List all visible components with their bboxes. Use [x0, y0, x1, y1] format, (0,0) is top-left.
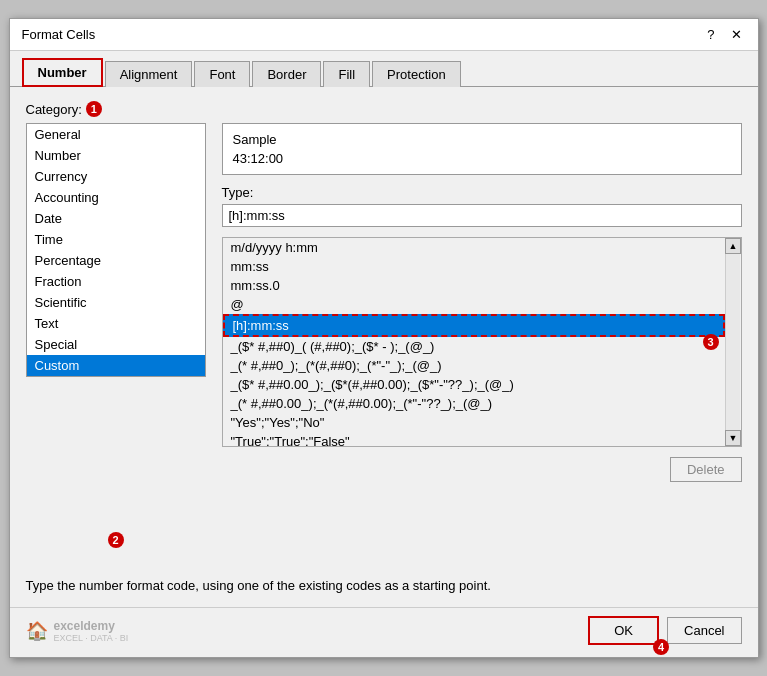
sample-value: 43:12:00 [233, 151, 731, 166]
category-list-wrapper: General Number Currency Accounting Date … [26, 123, 206, 570]
category-scientific[interactable]: Scientific [27, 292, 205, 313]
format-item-0[interactable]: m/d/yyyy h:mm [223, 238, 725, 257]
hint-text: Type the number format code, using one o… [26, 578, 742, 593]
format-item-2[interactable]: mm:ss.0 [223, 276, 725, 295]
category-accounting[interactable]: Accounting [27, 187, 205, 208]
tab-border[interactable]: Border [252, 61, 321, 87]
badge-4: 4 [653, 639, 669, 655]
scroll-track [726, 254, 740, 430]
format-item-7[interactable]: _($* #,##0.00_);_($*(#,##0.00);_($*"-"??… [223, 375, 725, 394]
format-item-3[interactable]: @ [223, 295, 725, 314]
delete-btn-row: Delete [222, 457, 742, 482]
category-text[interactable]: Text [27, 313, 205, 334]
category-number[interactable]: Number [27, 145, 205, 166]
sample-label: Sample [233, 132, 731, 147]
main-area: General Number Currency Accounting Date … [26, 123, 742, 570]
tab-font[interactable]: Font [194, 61, 250, 87]
category-currency[interactable]: Currency [27, 166, 205, 187]
footer-buttons: OK 4 Cancel [588, 616, 741, 645]
category-general[interactable]: General [27, 124, 205, 145]
sample-section: Sample 43:12:00 [222, 123, 742, 175]
category-fraction[interactable]: Fraction [27, 271, 205, 292]
format-item-5[interactable]: _($* #,##0)_( (#,##0);_($* - );_(@_) [223, 337, 725, 356]
category-custom[interactable]: Custom [27, 355, 205, 376]
format-item-10[interactable]: "True";"True";"False" [223, 432, 725, 446]
format-item-8[interactable]: _(* #,##0.00_);_(*(#,##0.00);_(*"-"??_);… [223, 394, 725, 413]
category-list-container: General Number Currency Accounting Date … [26, 123, 206, 377]
type-section: Type: [222, 185, 742, 227]
watermark-area: 🏠 exceldemy EXCEL · DATA · BI [26, 619, 129, 643]
format-item-9[interactable]: "Yes";"Yes";"No" [223, 413, 725, 432]
scroll-down-arrow[interactable]: ▼ [725, 430, 741, 446]
category-label: Category: 1 [26, 101, 742, 117]
footer: 🏠 exceldemy EXCEL · DATA · BI OK 4 Cance… [10, 607, 758, 657]
category-special[interactable]: Special [27, 334, 205, 355]
help-button[interactable]: ? [703, 27, 718, 42]
title-bar: Format Cells ? ✕ [10, 19, 758, 51]
dialog-title: Format Cells [22, 27, 96, 42]
ok-button[interactable]: OK [588, 616, 659, 645]
ok-btn-wrapper: OK 4 [588, 616, 659, 645]
format-list-wrapper: m/d/yyyy h:mm mm:ss mm:ss.0 @ [h]:mm:ss … [222, 237, 742, 447]
tabs-row: Number Alignment Font Border Fill Protec… [10, 51, 758, 87]
tab-number[interactable]: Number [22, 58, 103, 87]
format-item-6[interactable]: _(* #,##0_);_(*(#,##0);_(*"-"_);_(@_) [223, 356, 725, 375]
tab-alignment[interactable]: Alignment [105, 61, 193, 87]
tab-fill[interactable]: Fill [323, 61, 370, 87]
delete-button[interactable]: Delete [670, 457, 742, 482]
type-input[interactable] [222, 204, 742, 227]
watermark-sub: EXCEL · DATA · BI [54, 633, 129, 643]
badge-2: 2 [108, 532, 124, 548]
dialog-content: Category: 1 General Number Currency Acco… [10, 87, 758, 607]
format-item-1[interactable]: mm:ss [223, 257, 725, 276]
title-bar-controls: ? ✕ [703, 27, 745, 42]
watermark-text: exceldemy EXCEL · DATA · BI [54, 619, 129, 643]
category-date[interactable]: Date [27, 208, 205, 229]
type-label: Type: [222, 185, 742, 200]
format-cells-dialog: Format Cells ? ✕ Number Alignment Font B… [9, 18, 759, 658]
badge-1: 1 [86, 101, 102, 117]
tab-protection[interactable]: Protection [372, 61, 461, 87]
category-time[interactable]: Time [27, 229, 205, 250]
close-button[interactable]: ✕ [727, 27, 746, 42]
scroll-up-arrow[interactable]: ▲ [725, 238, 741, 254]
cancel-button[interactable]: Cancel [667, 617, 741, 644]
watermark-icon: 🏠 [26, 620, 48, 642]
format-list-scrollbar: ▲ ▼ [725, 238, 741, 446]
format-item-4[interactable]: [h]:mm:ss [223, 314, 725, 337]
category-percentage[interactable]: Percentage [27, 250, 205, 271]
format-list: m/d/yyyy h:mm mm:ss mm:ss.0 @ [h]:mm:ss … [223, 238, 725, 446]
watermark-brand: exceldemy [54, 619, 129, 633]
category-list: General Number Currency Accounting Date … [27, 124, 205, 376]
right-panel: Sample 43:12:00 Type: m/d/yyyy h:mm mm:s… [222, 123, 742, 570]
